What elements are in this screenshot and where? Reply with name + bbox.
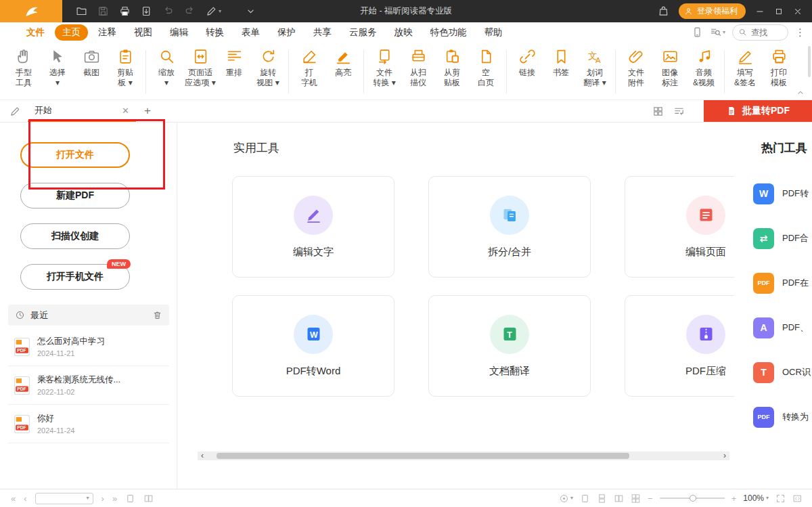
fit-visible-icon[interactable] — [143, 493, 154, 504]
tool-card-split-merge[interactable]: 拆分/合并 — [428, 176, 591, 278]
edit-pencil-icon[interactable] — [9, 106, 21, 117]
reflow-button[interactable]: 重排 — [217, 48, 251, 78]
scanner-create-button[interactable]: 扫描仪创建 — [20, 223, 130, 249]
scroll-left-arrow[interactable]: ‹ — [198, 451, 207, 460]
continuous-facing-layout-icon[interactable] — [631, 493, 641, 504]
blank-page-button[interactable]: 空白页 — [469, 48, 503, 88]
next-page-button[interactable]: › — [102, 494, 104, 503]
find-options-button[interactable]: ▾ — [710, 26, 725, 38]
fit-screen-icon[interactable] — [775, 493, 786, 504]
menu-protect[interactable]: 保护 — [270, 24, 303, 41]
tool-card-edit-page[interactable]: 编辑页面 — [625, 176, 734, 278]
rotate-view-button[interactable]: 旋转视图 ▾ — [251, 48, 285, 88]
image-annotation-button[interactable]: 图像标注 — [653, 48, 687, 88]
scrollbar-track[interactable] — [207, 451, 720, 460]
menu-file[interactable]: 文件 — [19, 24, 52, 41]
print-template-button[interactable]: 打印模板 — [762, 48, 796, 88]
menu-help[interactable]: 帮助 — [477, 24, 510, 41]
menu-edit[interactable]: 编辑 — [162, 24, 196, 41]
new-tab-button[interactable]: + — [144, 104, 151, 118]
audio-video-button[interactable]: 音频&视频 — [687, 48, 721, 88]
export-icon[interactable] — [141, 5, 152, 17]
zoom-out-button[interactable]: − — [648, 494, 653, 503]
grid-view-icon[interactable] — [652, 106, 664, 117]
from-scanner-button[interactable]: 从扫描仪 — [401, 48, 435, 88]
print-icon[interactable] — [119, 5, 131, 17]
highlight-button[interactable]: 高亮 — [326, 48, 360, 78]
prev-page-button[interactable]: ‹ — [24, 494, 26, 503]
single-page-layout-icon[interactable] — [580, 493, 590, 504]
recent-file-row[interactable]: 乘客检测系统无线传... 2022-11-02 — [8, 366, 169, 405]
undo-icon[interactable] — [162, 5, 174, 17]
menu-share[interactable]: 共享 — [306, 24, 339, 41]
menu-features[interactable]: 特色功能 — [423, 24, 474, 41]
scroll-right-arrow[interactable]: › — [720, 451, 729, 460]
hot-tool-item[interactable]: PDF 转换为 — [753, 395, 811, 439]
fit-width-icon[interactable] — [125, 493, 135, 504]
zoom-in-button[interactable]: + — [731, 494, 737, 503]
tab-close-icon[interactable]: ✕ — [122, 106, 129, 116]
select-button[interactable]: 选择▾ — [41, 48, 74, 88]
collapse-ribbon-icon[interactable] — [796, 88, 805, 97]
recent-file-row[interactable]: 你好 2024-11-24 — [8, 405, 169, 443]
hot-tool-item[interactable]: W PDF转 — [753, 171, 811, 216]
menu-view[interactable]: 视图 — [127, 24, 160, 41]
from-clipboard-button[interactable]: 从剪贴板 — [435, 48, 469, 88]
list-view-icon[interactable] — [673, 106, 685, 117]
menu-home[interactable]: 主页 — [55, 24, 88, 41]
minimize-button[interactable] — [755, 7, 765, 16]
typewriter-button[interactable]: 打字机 — [292, 48, 326, 88]
quick-pen-dropdown[interactable]: ▾ — [206, 5, 221, 17]
hot-tool-item[interactable]: A PDF、 — [753, 305, 811, 350]
fit-page-options-button[interactable]: 页面适应选项 ▾ — [183, 48, 217, 88]
zoom-level-select[interactable]: 100% ▾ — [743, 493, 769, 503]
save-icon[interactable] — [97, 5, 109, 17]
fill-sign-button[interactable]: 填写&签名 — [728, 48, 762, 88]
fullscreen-icon[interactable] — [792, 493, 803, 504]
first-page-button[interactable]: « — [11, 494, 16, 503]
translate-button[interactable]: 划词翻译 ▾ — [578, 48, 612, 88]
zoom-slider[interactable] — [660, 498, 725, 499]
facing-layout-icon[interactable] — [614, 493, 624, 504]
zoom-button[interactable]: 缩放▾ — [150, 48, 183, 88]
customize-toolbar-chevron-icon[interactable] — [245, 5, 256, 17]
hot-tool-item[interactable]: PDF PDF在 — [753, 261, 811, 305]
hand-tool-button[interactable]: 手型工具 — [7, 48, 41, 88]
link-button[interactable]: 链接 — [510, 48, 544, 78]
hot-tool-item[interactable]: ⇄ PDF合 — [753, 216, 811, 261]
tool-card-pdf-compress[interactable]: PDF压缩 — [625, 295, 734, 397]
new-pdf-button[interactable]: 新建PDF — [20, 183, 130, 208]
search-input[interactable] — [750, 27, 782, 38]
tool-card-pdf-to-word[interactable]: PDF转Word — [232, 295, 394, 397]
last-page-button[interactable]: » — [112, 494, 117, 503]
close-button[interactable] — [793, 7, 803, 16]
page-number-input[interactable]: ▾ — [35, 493, 93, 504]
tool-card-doc-translate[interactable]: 文档翻译 — [428, 295, 591, 397]
hot-tool-item[interactable]: T OCR识 — [753, 350, 811, 395]
read-mode-icon[interactable] — [692, 26, 703, 38]
file-attachment-button[interactable]: 文件附件 — [619, 48, 653, 88]
tool-card-edit-text[interactable]: 编辑文字 — [232, 176, 394, 278]
clipboard-button[interactable]: 剪贴板 ▾ — [108, 48, 142, 88]
more-options-button[interactable]: ⋮ — [795, 26, 805, 39]
snapshot-button[interactable]: 截图 — [74, 48, 108, 78]
open-mobile-file-button[interactable]: 打开手机文件 NEW — [20, 264, 130, 290]
login-button[interactable]: 登录领福利 — [679, 3, 746, 19]
zoom-slider-thumb[interactable] — [690, 495, 696, 502]
continuous-layout-icon[interactable] — [597, 493, 607, 504]
bookmark-button[interactable]: 书签 — [544, 48, 578, 78]
open-file-button[interactable]: 打开文件 — [20, 142, 130, 168]
menu-cloud[interactable]: 云服务 — [342, 24, 384, 41]
ribbon-scrollbar[interactable] — [808, 46, 811, 77]
file-convert-button[interactable]: 文件转换 ▾ — [367, 48, 401, 88]
recent-file-row[interactable]: 怎么面对高中学习 2024-11-21 — [8, 328, 169, 366]
trash-icon[interactable] — [152, 310, 162, 320]
horizontal-scrollbar[interactable]: ‹ › — [198, 451, 729, 460]
maximize-button[interactable] — [774, 7, 784, 16]
open-folder-icon[interactable] — [76, 5, 87, 17]
search-field[interactable] — [732, 24, 788, 41]
menu-form[interactable]: 表单 — [234, 24, 267, 41]
tab-start[interactable]: 开始 ✕ — [28, 100, 136, 122]
redo-icon[interactable] — [184, 5, 196, 17]
pan-mode-button[interactable]: ▾ — [559, 493, 573, 504]
